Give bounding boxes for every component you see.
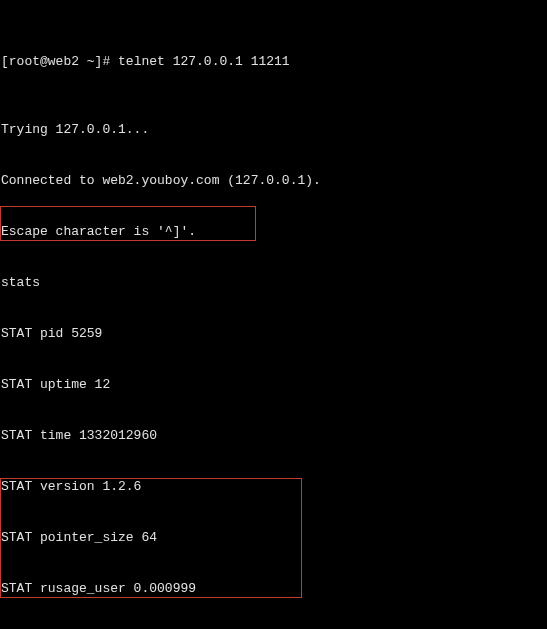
output-line: stats xyxy=(1,274,546,291)
typed-command: telnet 127.0.0.1 11211 xyxy=(118,54,290,69)
output-line: STAT pointer_size 64 xyxy=(1,529,546,546)
output-line: Connected to web2.youboy.com (127.0.0.1)… xyxy=(1,172,546,189)
output-line: STAT time 1332012960 xyxy=(1,427,546,444)
output-line: STAT pid 5259 xyxy=(1,325,546,342)
output-line: STAT rusage_user 0.000999 xyxy=(1,580,546,597)
prompt-line: [root@web2 ~]# telnet 127.0.0.1 11211 xyxy=(1,53,546,70)
output-line: STAT uptime 12 xyxy=(1,376,546,393)
output-line: STAT version 1.2.6 xyxy=(1,478,546,495)
output-line: Trying 127.0.0.1... xyxy=(1,121,546,138)
shell-prompt: [root@web2 ~]# xyxy=(1,54,118,69)
output-line: Escape character is '^]'. xyxy=(1,223,546,240)
terminal-output[interactable]: [root@web2 ~]# telnet 127.0.0.1 11211 Tr… xyxy=(0,0,547,629)
